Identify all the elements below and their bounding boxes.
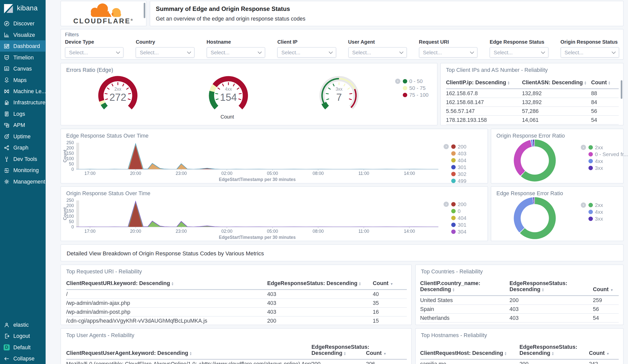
- filter-select[interactable]: Select...: [560, 47, 619, 58]
- sidebar-item-dev-tools[interactable]: Dev Tools: [0, 153, 46, 164]
- table-row[interactable]: Netherlands40354: [420, 313, 619, 322]
- filter-select[interactable]: Select...: [419, 47, 478, 58]
- origin-over-time-legend: ›2000404301304: [444, 201, 466, 234]
- legend-item[interactable]: 404: [444, 157, 466, 163]
- sidebar-item-management[interactable]: Management: [0, 176, 46, 187]
- legend-item[interactable]: 301: [444, 222, 466, 227]
- sidebar-item-monitoring[interactable]: Monitoring: [0, 164, 46, 176]
- filter-select[interactable]: Select...: [277, 47, 336, 58]
- filter-select[interactable]: Select...: [490, 47, 548, 58]
- table-row[interactable]: 5.56.57.14757,28656: [446, 107, 619, 115]
- sidebar-item-infrastructure[interactable]: Infrastructure: [0, 97, 46, 108]
- column-header[interactable]: EdgeResponseStatus: Descending▲▼: [520, 342, 589, 359]
- column-header[interactable]: ClientIP.ip: Descending▲▼: [446, 78, 522, 89]
- sidebar-item-maps[interactable]: Maps: [0, 74, 46, 85]
- table-row[interactable]: 162.158.68.147132,89284: [446, 98, 619, 107]
- column-header[interactable]: Count▼: [589, 342, 619, 359]
- legend-item[interactable]: ›0 - 50: [395, 78, 428, 84]
- table-row[interactable]: 162.158.67.8132,89288: [446, 89, 619, 98]
- table-row[interactable]: /40340: [66, 290, 407, 299]
- column-header[interactable]: ClientRequestUserAgent.keyword: Descendi…: [66, 342, 311, 359]
- legend-item[interactable]: 403: [444, 151, 466, 156]
- scrollbar[interactable]: [144, 3, 145, 18]
- gauge-category: 4xx: [206, 87, 251, 92]
- sidebar-item-uptime[interactable]: Uptime: [0, 131, 46, 142]
- legend-item[interactable]: 3xx: [581, 165, 628, 171]
- table-row[interactable]: United States40328: [420, 322, 619, 325]
- column-header[interactable]: ClientRequestURI.keyword: Descending▲▼: [66, 279, 267, 290]
- legend-item[interactable]: ›200: [444, 201, 466, 207]
- column-header[interactable]: Count▼: [373, 279, 407, 290]
- legend-item[interactable]: 75 - 100: [395, 92, 428, 97]
- table-cell: 132,892: [522, 89, 591, 98]
- legend-color-dot: [588, 152, 593, 156]
- table-row[interactable]: United States200259: [420, 296, 619, 305]
- legend-item[interactable]: 302: [444, 171, 466, 177]
- cloudflare-logo-panel: CLOUDFLARE®: [60, 1, 146, 26]
- legend-item[interactable]: 3xx: [581, 216, 603, 221]
- legend-toggle-icon[interactable]: ›: [581, 202, 586, 208]
- legend-toggle-icon[interactable]: ›: [395, 78, 400, 84]
- legend-toggle-icon[interactable]: ›: [444, 144, 449, 149]
- legend-item[interactable]: 4xx: [581, 209, 603, 214]
- filter-select[interactable]: Select...: [348, 47, 407, 58]
- sidebar-item-machine-le[interactable]: Machine Le...: [0, 86, 46, 97]
- legend-item[interactable]: 301: [444, 164, 466, 170]
- column-header[interactable]: ClientASN: Descending▲▼: [522, 78, 591, 89]
- chevron-down-icon: [399, 49, 403, 54]
- table-row[interactable]: /wp-admin/admin-ajax.php40335: [66, 299, 407, 307]
- sidebar-item-logs[interactable]: Logs: [0, 108, 46, 119]
- table-cell: 56: [591, 107, 619, 115]
- sidebar-footer-item-collapse[interactable]: Collapse: [0, 353, 46, 364]
- column-header[interactable]: EdgeResponseStatus: Descending▲▼: [311, 342, 366, 359]
- table-row[interactable]: Spain40356: [420, 305, 619, 313]
- legend-toggle-icon[interactable]: ›: [444, 202, 449, 207]
- filter-label: Device Type: [65, 39, 124, 45]
- legend-item[interactable]: 4xx: [581, 158, 628, 164]
- kibana-logo[interactable]: kibana: [0, 0, 46, 18]
- sidebar-footer-item-logout[interactable]: Logout: [0, 330, 46, 341]
- sidebar-item-graph[interactable]: Graph: [0, 142, 46, 153]
- svg-text:EdgeStartTimestamp per 30 minu: EdgeStartTimestamp per 30 minutes: [219, 177, 296, 182]
- legend-item[interactable]: 499: [444, 178, 466, 184]
- sidebar-item-canvas[interactable]: Canvas: [0, 63, 46, 74]
- legend-toggle-icon[interactable]: ›: [581, 145, 586, 150]
- filter-label: Edge Response Status: [490, 39, 548, 45]
- sidebar-item-discover[interactable]: Discover: [0, 18, 46, 29]
- legend-item[interactable]: 404: [444, 215, 466, 221]
- sidebar-item-timelion[interactable]: Timelion: [0, 52, 46, 63]
- filter-placeholder: Select...: [140, 49, 159, 56]
- sidebar-footer-item-default[interactable]: DDefault: [0, 342, 46, 353]
- legend-item[interactable]: ›2xx: [581, 144, 628, 150]
- filter-select[interactable]: Select...: [136, 47, 194, 58]
- sidebar-footer-item-elastic[interactable]: elastic: [0, 319, 46, 330]
- table-row[interactable]: /wp-admin/admin-post.php40316: [66, 307, 407, 316]
- legend-item[interactable]: 0 - Served fr...: [581, 151, 628, 157]
- table-row[interactable]: /cdn-cgi/apps/head/xVgyKhR-vV3dAUGhMqfBc…: [66, 316, 407, 325]
- legend-item[interactable]: 50 - 75: [395, 85, 428, 91]
- column-header[interactable]: Count▲▼: [591, 78, 619, 89]
- scrollbar[interactable]: [621, 80, 622, 99]
- table-row[interactable]: Mozilla/5.0 (compatible; CloudFlare-Alwa…: [66, 359, 407, 364]
- filter-select[interactable]: Select...: [65, 47, 124, 58]
- table-row[interactable]: camilia.me200242: [420, 359, 619, 364]
- graph-icon: [4, 145, 10, 151]
- dashboard-title-panel: Summary of Edge and Origin Response Stat…: [150, 1, 623, 26]
- column-header[interactable]: EdgeResponseStatus: Descending▲▼: [267, 279, 373, 290]
- management-icon: [4, 178, 10, 185]
- legend-item[interactable]: ›200: [444, 144, 466, 149]
- column-header[interactable]: Count▼: [366, 342, 407, 359]
- legend-item[interactable]: ›2xx: [581, 202, 603, 208]
- sidebar-item-visualize[interactable]: Visualize: [0, 29, 46, 40]
- column-header[interactable]: ClientRequestHost: Descending▲▼: [420, 342, 520, 359]
- column-header[interactable]: ClientIP.country_name: Descending▲▼: [420, 279, 510, 296]
- column-header[interactable]: EdgeResponseStatus: Descending▲▼: [510, 279, 593, 296]
- legend-item[interactable]: 0: [444, 208, 466, 214]
- legend-item[interactable]: 304: [444, 229, 466, 234]
- filter-select[interactable]: Select...: [207, 47, 265, 58]
- table-row[interactable]: 178.128.193.15814,06154: [446, 115, 619, 124]
- column-header[interactable]: Count▼: [593, 279, 619, 296]
- sidebar-item-apm[interactable]: APM: [0, 119, 46, 130]
- sidebar-item-dashboard[interactable]: Dashboard: [0, 40, 46, 52]
- legend-label: 301: [458, 164, 466, 170]
